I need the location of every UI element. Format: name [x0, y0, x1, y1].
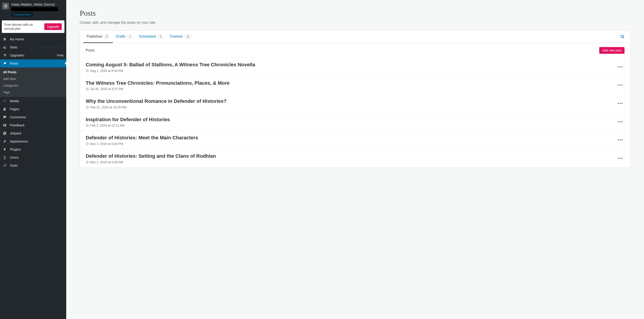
posts-submenu-categories[interactable]: Categories	[0, 82, 66, 89]
post-actions-menu-icon[interactable]: •••	[616, 82, 624, 89]
sidebar-item-plugins[interactable]: Plugins	[0, 145, 66, 153]
sidebar-item-users[interactable]: Users	[0, 153, 66, 162]
site-switcher[interactable]: Haley Walden, Writer (Demo) Coming Soon	[0, 0, 66, 18]
post-actions-menu-icon[interactable]: •••	[616, 100, 624, 107]
site-title: Haley Walden, Writer (Demo)	[11, 2, 64, 7]
post-title[interactable]: Coming August 5: Ballad of Stallions, A …	[86, 62, 616, 68]
page-title: Posts	[80, 9, 630, 18]
post-title[interactable]: Defender of Histories: Setting and the C…	[86, 153, 616, 160]
sidebar-item-label: Stats	[10, 45, 18, 49]
posts-list-header: Posts Add new post	[80, 43, 630, 58]
tab-label: Drafts	[116, 35, 126, 39]
post-date: Aug 1, 2020 at 8:50 PM	[90, 69, 123, 73]
post-main: Why the Unconventional Romance in Defend…	[86, 98, 616, 109]
post-title[interactable]: Inspiration for Defender of Histories	[86, 117, 616, 123]
svg-rect-11	[4, 125, 6, 125]
sidebar-item-pages[interactable]: Pages	[0, 105, 66, 113]
tab-scheduled[interactable]: Scheduled0	[136, 31, 166, 43]
sidebar-item-label: Plugins	[10, 147, 21, 151]
sidebar-item-jetpack[interactable]: Jetpack	[0, 129, 66, 137]
wrench-icon	[3, 164, 7, 168]
posts-card: Published6Drafts1Scheduled0Trashed12 Pos…	[80, 31, 630, 168]
post-actions-menu-icon[interactable]: •••	[616, 155, 624, 162]
svg-point-5	[5, 56, 6, 57]
tab-label: Published	[86, 35, 102, 39]
post-title[interactable]: The Witness Tree Chronicles: Pronunciati…	[86, 80, 616, 87]
sidebar-nav: My HomeStatsUpgradesFreePostsAll PostsAd…	[0, 35, 66, 170]
sidebar-item-media[interactable]: Media	[0, 97, 66, 105]
sidebar-item-feedback[interactable]: Feedback	[0, 121, 66, 129]
clock-icon	[86, 87, 89, 91]
main-content: Posts Create, edit, and manage the posts…	[66, 0, 644, 319]
sidebar-item-stats[interactable]: Stats	[0, 43, 66, 51]
post-status-tabs: Published6Drafts1Scheduled0Trashed12	[80, 31, 630, 43]
post-row[interactable]: Why the Unconventional Romance in Defend…	[80, 95, 630, 113]
tab-published[interactable]: Published6	[84, 31, 113, 43]
svg-point-4	[4, 56, 4, 57]
post-row[interactable]: The Witness Tree Chronicles: Pronunciati…	[80, 76, 630, 95]
posts-submenu-all-posts[interactable]: All Posts	[0, 69, 66, 76]
post-row[interactable]: Defender of Histories: Meet the Main Cha…	[80, 131, 630, 149]
tab-trashed[interactable]: Trashed12	[166, 31, 194, 43]
media-icon	[3, 99, 7, 103]
post-title[interactable]: Why the Unconventional Romance in Defend…	[86, 98, 616, 105]
post-main: Defender of Histories: Meet the Main Cha…	[86, 135, 616, 146]
post-main: Defender of Histories: Setting and the C…	[86, 153, 616, 164]
post-meta: Feb 2, 2020 at 12:12 AM	[86, 124, 616, 127]
sidebar-item-label: Pages	[10, 107, 20, 111]
post-title[interactable]: Defender of Histories: Meet the Main Cha…	[86, 135, 616, 141]
post-actions-menu-icon[interactable]: •••	[616, 63, 624, 71]
svg-rect-1	[3, 47, 4, 49]
sidebar-item-upgrades[interactable]: UpgradesFree	[0, 51, 66, 59]
post-row[interactable]: Inspiration for Defender of HistoriesFeb…	[80, 113, 630, 131]
upgrade-button[interactable]: Upgrade	[44, 23, 62, 30]
site-status-badge[interactable]: Coming Soon	[11, 12, 33, 17]
clock-icon	[86, 124, 89, 127]
clock-icon	[86, 142, 89, 145]
svg-rect-3	[5, 48, 6, 49]
post-row[interactable]: Coming August 5: Ballad of Stallions, A …	[80, 58, 630, 76]
sidebar-item-my-home[interactable]: My Home	[0, 35, 66, 43]
brush-icon	[3, 139, 7, 143]
sidebar-item-label: Users	[10, 155, 18, 159]
upgrade-promo: Free domain with an annual plan Upgrade	[2, 20, 64, 33]
svg-point-15	[621, 35, 624, 38]
pin-icon	[3, 61, 7, 65]
posts-submenu: All PostsAdd NewCategoriesTags	[0, 68, 66, 97]
sidebar-separator	[38, 47, 61, 47]
sidebar-item-label: Appearance	[10, 139, 28, 143]
sidebar-item-tools[interactable]: Tools	[0, 162, 66, 170]
sidebar-item-comments[interactable]: Comments	[0, 113, 66, 121]
sidebar-item-posts[interactable]: Posts	[0, 59, 66, 68]
post-meta: Nov 2, 2019 at 5:43 PM	[86, 142, 616, 146]
sidebar-item-label: Comments	[10, 115, 26, 119]
search-icon[interactable]	[618, 33, 627, 41]
tab-count-badge: 6	[104, 34, 110, 39]
pages-icon	[3, 107, 7, 111]
sidebar-item-label: Upgrades	[10, 53, 24, 57]
post-row[interactable]: Defender of Histories: Setting and the C…	[80, 149, 630, 168]
user-icon	[3, 155, 7, 160]
tab-count-badge: 12	[184, 34, 191, 39]
post-main: The Witness Tree Chronicles: Pronunciati…	[86, 80, 616, 91]
sidebar-item-label: Feedback	[10, 123, 24, 127]
posts-submenu-add-new[interactable]: Add New	[0, 76, 66, 82]
sidebar-item-appearance[interactable]: Appearance	[0, 137, 66, 145]
tab-drafts[interactable]: Drafts1	[113, 31, 136, 43]
post-date: Feb 21, 2020 at 10:20 PM	[90, 106, 126, 109]
posts-submenu-tags[interactable]: Tags	[0, 89, 66, 96]
post-actions-menu-icon[interactable]: •••	[616, 118, 624, 126]
tab-label: Trashed	[170, 35, 182, 39]
sidebar-item-label: Media	[10, 99, 19, 103]
site-avatar-icon	[2, 3, 9, 10]
post-meta: Feb 21, 2020 at 10:20 PM	[86, 106, 616, 109]
post-date: Feb 2, 2020 at 12:12 AM	[90, 124, 124, 127]
post-meta: Nov 2, 2019 at 5:09 PM	[86, 160, 616, 164]
posts-list: Coming August 5: Ballad of Stallions, A …	[80, 58, 630, 168]
post-actions-menu-icon[interactable]: •••	[616, 136, 624, 144]
post-date: Nov 2, 2019 at 5:43 PM	[90, 142, 123, 146]
stats-icon	[3, 45, 7, 49]
post-main: Coming August 5: Ballad of Stallions, A …	[86, 62, 616, 73]
add-new-post-button[interactable]: Add new post	[599, 47, 624, 54]
home-icon	[3, 37, 7, 41]
